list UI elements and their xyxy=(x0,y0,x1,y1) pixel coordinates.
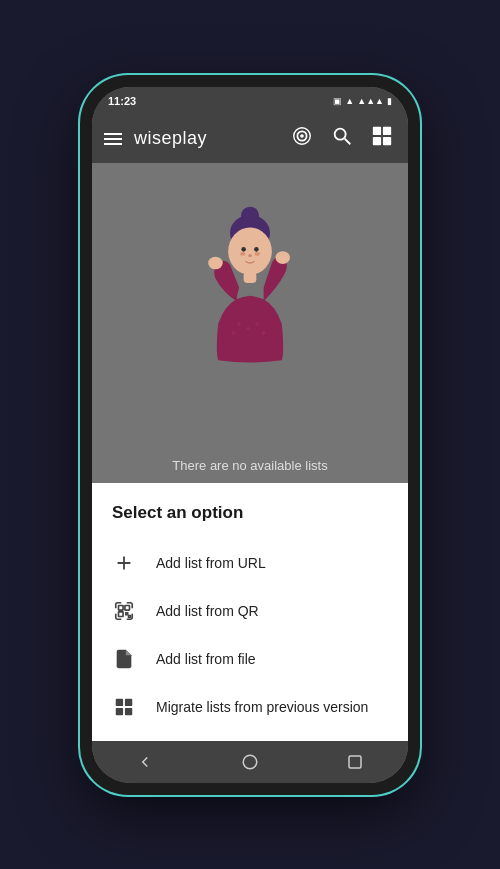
search-icon[interactable] xyxy=(328,125,356,152)
migrate-icon xyxy=(112,695,136,719)
app-bar: wiseplay xyxy=(92,115,408,163)
svg-point-12 xyxy=(228,227,272,274)
svg-point-37 xyxy=(243,755,257,769)
svg-rect-32 xyxy=(129,615,131,617)
file-icon xyxy=(112,647,136,671)
svg-point-20 xyxy=(255,322,259,326)
wifi-icon: ▲ xyxy=(345,96,354,106)
svg-rect-6 xyxy=(383,127,391,135)
svg-point-17 xyxy=(248,254,252,257)
svg-rect-30 xyxy=(119,611,124,616)
home-button[interactable] xyxy=(221,745,279,779)
svg-point-14 xyxy=(255,252,260,256)
svg-rect-38 xyxy=(349,756,361,768)
menu-item-qr[interactable]: Add list from QR xyxy=(92,587,408,635)
recent-button[interactable] xyxy=(326,745,384,779)
menu-label-qr: Add list from QR xyxy=(156,603,259,619)
svg-point-22 xyxy=(262,331,266,335)
nav-bar xyxy=(92,741,408,783)
svg-point-21 xyxy=(232,331,236,335)
back-button[interactable] xyxy=(116,745,174,779)
bottom-sheet-title: Select an option xyxy=(92,503,408,539)
grid-icon[interactable] xyxy=(368,125,396,152)
svg-line-4 xyxy=(345,139,351,145)
menu-item-url[interactable]: Add list from URL xyxy=(92,539,408,587)
phone-frame: 11:23 ▣ ▲ ▲▲▲ ▮ wiseplay xyxy=(80,75,420,795)
svg-rect-28 xyxy=(119,605,124,610)
svg-rect-31 xyxy=(126,612,128,614)
menu-item-file[interactable]: Add list from file xyxy=(92,635,408,683)
svg-rect-34 xyxy=(116,707,123,714)
app-title: wiseplay xyxy=(134,128,276,149)
menu-label-migrate: Migrate lists from previous version xyxy=(156,699,368,715)
bottom-sheet: Select an option Add list from URL xyxy=(92,483,408,741)
svg-rect-5 xyxy=(373,127,381,135)
phone-screen: 11:23 ▣ ▲ ▲▲▲ ▮ wiseplay xyxy=(92,87,408,783)
menu-item-migrate[interactable]: Migrate lists from previous version xyxy=(92,683,408,731)
sim-icon: ▣ xyxy=(333,96,342,106)
svg-rect-29 xyxy=(125,605,130,610)
svg-point-2 xyxy=(300,134,304,138)
svg-point-3 xyxy=(335,129,346,140)
empty-text: There are no available lists xyxy=(124,458,377,473)
svg-rect-36 xyxy=(125,707,132,714)
hamburger-icon[interactable] xyxy=(104,133,122,145)
status-bar: 11:23 ▣ ▲ ▲▲▲ ▮ xyxy=(92,87,408,115)
svg-rect-8 xyxy=(383,137,391,145)
svg-point-24 xyxy=(208,256,223,269)
illustration xyxy=(170,183,330,383)
svg-point-19 xyxy=(246,326,250,330)
cast-icon[interactable] xyxy=(288,125,316,152)
svg-point-13 xyxy=(240,252,245,256)
svg-point-18 xyxy=(237,322,241,326)
svg-point-11 xyxy=(241,206,259,224)
menu-label-file: Add list from file xyxy=(156,651,256,667)
battery-icon: ▮ xyxy=(387,96,392,106)
status-time: 11:23 xyxy=(108,95,136,107)
svg-rect-7 xyxy=(373,137,381,145)
svg-rect-35 xyxy=(125,698,132,705)
status-icons: ▣ ▲ ▲▲▲ ▮ xyxy=(333,96,392,106)
svg-point-23 xyxy=(275,251,290,264)
url-icon xyxy=(112,551,136,575)
menu-label-url: Add list from URL xyxy=(156,555,266,571)
qr-icon xyxy=(112,599,136,623)
main-content: There are no available lists xyxy=(92,163,408,483)
svg-rect-33 xyxy=(116,698,123,705)
svg-rect-25 xyxy=(244,272,257,283)
svg-point-15 xyxy=(241,247,246,252)
svg-point-16 xyxy=(254,247,259,252)
signal-icon: ▲▲▲ xyxy=(357,96,384,106)
